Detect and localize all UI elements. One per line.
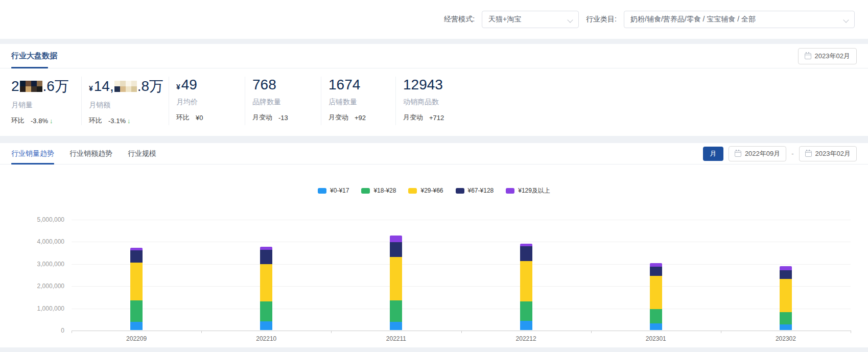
legend-item[interactable]: ¥129及以上 bbox=[506, 187, 550, 194]
bar-segment bbox=[390, 236, 402, 242]
bar-segment bbox=[780, 279, 792, 312]
category-select-value: 奶粉/辅食/营养品/零食 / 宝宝辅食 / 全部 bbox=[630, 15, 756, 24]
redacted-mosaic bbox=[114, 81, 137, 92]
stacked-bar-202211[interactable] bbox=[390, 236, 402, 330]
stat-label: 店铺数量 bbox=[329, 98, 390, 107]
x-axis-category-label: 202212 bbox=[516, 335, 536, 342]
y-axis-tick-label: 1,000,000 bbox=[11, 305, 64, 312]
overview-month-picker[interactable]: 2023年02月 bbox=[798, 48, 857, 64]
bar-segment bbox=[390, 322, 402, 330]
stat-card: 1674店铺数量月变动+92 bbox=[321, 77, 396, 125]
stat-sub-value: -3.8% bbox=[31, 117, 48, 125]
x-axis-tick bbox=[72, 331, 72, 333]
gridline bbox=[72, 309, 851, 309]
mode-select[interactable]: 天猫+淘宝 bbox=[482, 11, 579, 28]
stat-card: 2.6万月销量环比-3.8%↓ bbox=[11, 77, 82, 125]
currency-symbol: ¥ bbox=[89, 84, 93, 92]
legend-swatch bbox=[318, 188, 326, 194]
stat-label: 月均价 bbox=[176, 98, 240, 107]
stat-label: 月销量 bbox=[11, 101, 76, 110]
tab-行业销量趋势[interactable]: 行业销量趋势 bbox=[11, 143, 54, 165]
stat-value: 1674 bbox=[329, 77, 390, 93]
y-axis-tick-label: 3,000,000 bbox=[11, 261, 64, 268]
legend-label: ¥29-¥66 bbox=[420, 187, 443, 194]
calendar-icon bbox=[805, 151, 812, 157]
y-axis-tick-label: 4,000,000 bbox=[11, 238, 64, 245]
legend-label: ¥0-¥17 bbox=[330, 187, 349, 194]
legend-label: ¥129及以上 bbox=[518, 186, 550, 195]
stat-value-text: 14, bbox=[94, 78, 114, 95]
arrow-down-icon: ↓ bbox=[50, 117, 53, 125]
bar-segment bbox=[130, 322, 143, 330]
y-axis-tick-label: 5,000,000 bbox=[11, 216, 64, 223]
gridline bbox=[72, 286, 851, 287]
stat-label: 动销商品数 bbox=[403, 98, 852, 107]
bar-segment bbox=[130, 263, 143, 300]
stat-sub-row: 环比-3.1%↓ bbox=[89, 116, 163, 125]
range-start-picker[interactable]: 2022年09月 bbox=[729, 146, 786, 161]
range-end-picker[interactable]: 2023年02月 bbox=[799, 146, 857, 161]
y-axis-tick-label: 2,000,000 bbox=[11, 283, 64, 290]
overview-title: 行业大盘数据 bbox=[11, 51, 57, 61]
period-month-button[interactable]: 月 bbox=[703, 147, 723, 161]
stacked-bar-202302[interactable] bbox=[780, 266, 792, 330]
bar-segment bbox=[650, 263, 662, 267]
stat-card: ¥14,.8万月销额环比-3.1%↓ bbox=[82, 77, 169, 125]
gridline bbox=[72, 264, 851, 265]
stat-value-suffix: .8万 bbox=[137, 77, 163, 96]
stat-value-suffix: .6万 bbox=[43, 77, 69, 96]
stat-sub-row: 月变动-13 bbox=[252, 113, 316, 122]
stat-value-text: 12943 bbox=[403, 77, 443, 93]
category-select[interactable]: 奶粉/辅食/营养品/零食 / 宝宝辅食 / 全部 bbox=[624, 11, 855, 28]
stat-value: ¥14,.8万 bbox=[89, 77, 163, 96]
trend-chart-card: 行业销量趋势行业销额趋势行业规模 月 2022年09月 - 2023年02月 ¥… bbox=[0, 143, 868, 347]
bar-segment bbox=[520, 301, 532, 321]
mode-filter-label: 经营模式: bbox=[444, 15, 475, 24]
x-axis-category-label: 202210 bbox=[256, 335, 276, 342]
top-filter-bar: 经营模式: 天猫+淘宝 行业类目: 奶粉/辅食/营养品/零食 / 宝宝辅食 / … bbox=[0, 0, 868, 39]
active-tab-underline bbox=[11, 67, 48, 68]
bar-segment bbox=[260, 321, 272, 330]
stat-sub-key: 环比 bbox=[11, 116, 25, 125]
x-axis-category-label: 202301 bbox=[646, 335, 666, 342]
x-axis-category-label: 202302 bbox=[776, 335, 796, 342]
stat-card: 768品牌数量月变动-13 bbox=[245, 77, 321, 125]
legend-item[interactable]: ¥29-¥66 bbox=[408, 187, 443, 194]
bar-segment bbox=[390, 242, 402, 257]
x-axis-category-label: 202209 bbox=[126, 335, 147, 342]
bar-segment bbox=[520, 261, 532, 301]
stacked-bar-202212[interactable] bbox=[520, 244, 532, 330]
chevron-down-icon bbox=[568, 17, 573, 22]
stacked-bar-202301[interactable] bbox=[650, 263, 662, 330]
stacked-bar-202209[interactable] bbox=[130, 248, 143, 330]
stat-value: 768 bbox=[252, 77, 316, 93]
stat-sub-key: 环比 bbox=[89, 116, 102, 125]
stat-sub-value: ¥0 bbox=[196, 114, 203, 122]
stat-label: 月销额 bbox=[89, 101, 163, 110]
tab-行业规模[interactable]: 行业规模 bbox=[128, 143, 156, 165]
bar-segment bbox=[390, 257, 402, 300]
range-start-value: 2022年09月 bbox=[745, 149, 780, 158]
bar-segment bbox=[260, 250, 272, 264]
legend-item[interactable]: ¥0-¥17 bbox=[318, 187, 349, 194]
bar-segment bbox=[260, 264, 272, 301]
stat-sub-row: 月变动+92 bbox=[329, 113, 390, 122]
bar-segment bbox=[520, 321, 532, 330]
currency-symbol: ¥ bbox=[176, 83, 180, 91]
legend-swatch bbox=[361, 188, 370, 194]
legend-item[interactable]: ¥67-¥128 bbox=[456, 187, 494, 194]
bar-segment bbox=[260, 301, 272, 321]
x-axis-tick bbox=[851, 331, 851, 333]
calendar-icon bbox=[805, 53, 811, 59]
tab-industry-overview[interactable]: 行业大盘数据 bbox=[11, 44, 57, 68]
tab-行业销额趋势[interactable]: 行业销额趋势 bbox=[69, 143, 112, 165]
stacked-bar-202210[interactable] bbox=[260, 247, 272, 330]
overview-header: 行业大盘数据 2023年02月 bbox=[0, 44, 868, 68]
y-axis-tick-label: 0 bbox=[11, 327, 64, 334]
legend-item[interactable]: ¥18-¥28 bbox=[361, 187, 396, 194]
x-axis-category-label: 202211 bbox=[386, 335, 406, 342]
stat-value-text: 2 bbox=[11, 78, 19, 95]
arrow-down-icon: ↓ bbox=[127, 117, 131, 125]
x-axis-tick bbox=[461, 331, 462, 333]
redacted-mosaic bbox=[20, 81, 42, 92]
